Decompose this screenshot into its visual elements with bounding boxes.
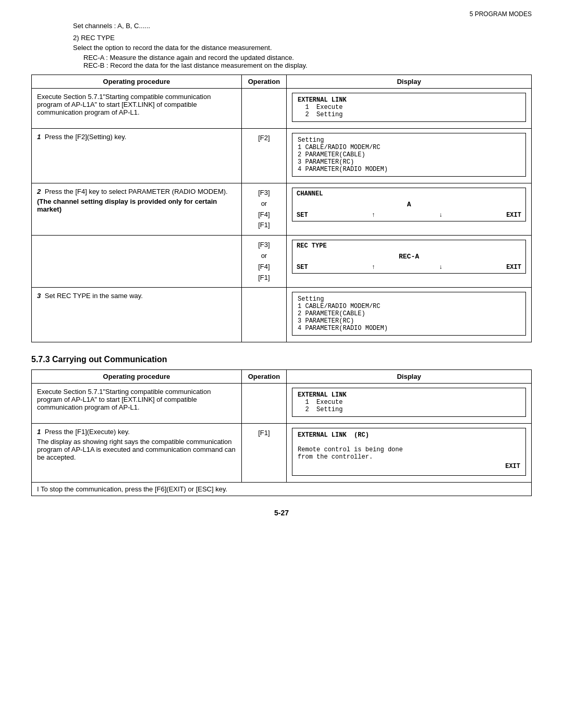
section-573-title: 5.7.3 Carrying out Communication (31, 355, 532, 364)
table-row: Execute Section 5.7.1"Starting compatibl… (32, 384, 532, 424)
op-cell-3: [F3] or [F4] [F1] (241, 183, 286, 236)
th-display-1: Display (287, 75, 532, 89)
rec-type-desc: Select the option to record the data for… (73, 44, 532, 52)
proc-cell-1: Execute Section 5.7.1"Starting compatibl… (32, 89, 242, 129)
note-row: I To stop the communication, press the [… (32, 483, 532, 496)
th-display-2: Display (287, 370, 532, 384)
table-row: 2 Press the [F4] key to select PARAMETER… (32, 183, 532, 236)
th-op-proc-2: Operating procedure (32, 370, 242, 384)
display-cell-2: Setting 1 CABLE/RADIO MODEM/RC 2 PARAMET… (287, 129, 532, 183)
table-row: [F3] or [F4] [F1] REC TYPE REC-A SET ↑ ↓… (32, 236, 532, 288)
display-cell-t2-2: EXTERNAL LINK (RC) Remote control is bei… (287, 424, 532, 483)
proc-cell-2: 1 Press the [F2](Setting) key. (32, 129, 242, 183)
table-row: 3 Set REC TYPE in the same way. Setting … (32, 288, 532, 342)
th-op-proc-1: Operating procedure (32, 75, 242, 89)
table-1: Operating procedure Operation Display Ex… (31, 75, 532, 342)
op-cell-t2-2: [F1] (241, 424, 286, 483)
rec-type-set-display: REC TYPE REC-A SET ↑ ↓ EXIT (292, 240, 526, 274)
setting-menu-display-1: Setting 1 CABLE/RADIO MODEM/RC 2 PARAMET… (292, 133, 526, 177)
setting-menu-display-2: Setting 1 CABLE/RADIO MODEM/RC 2 PARAMET… (292, 292, 526, 336)
rec-type-section: 2) REC TYPE Select the option to record … (73, 34, 532, 69)
ext-link-rc-display: EXTERNAL LINK (RC) Remote control is bei… (292, 428, 526, 476)
rec-b-desc: REC-B : Record the data for the last dis… (83, 61, 532, 69)
display-cell-1: EXTERNAL LINK 1 Execute 2 Setting (287, 89, 532, 129)
op-cell-t2-1 (241, 384, 286, 424)
proc-cell-5: 3 Set REC TYPE in the same way. (32, 288, 242, 342)
header-title: 5 PROGRAM MODES (470, 10, 532, 18)
rec-a-desc: REC-A : Measure the distance again and r… (83, 54, 532, 61)
display-cell-4: REC TYPE REC-A SET ↑ ↓ EXIT (287, 236, 532, 288)
proc-cell-3: 2 Press the [F4] key to select PARAMETER… (32, 183, 242, 236)
proc-cell-t2-2: 1 Press the [F1](Execute) key. The displ… (32, 424, 242, 483)
rec-type-title: 2) REC TYPE (73, 34, 532, 42)
table-row: 1 Press the [F2](Setting) key. [F2] Sett… (32, 129, 532, 183)
table-row: 1 Press the [F1](Execute) key. The displ… (32, 424, 532, 483)
ext-link-display-1: EXTERNAL LINK 1 Execute 2 Setting (292, 93, 526, 122)
display-cell-3: CHANNEL A SET ↑ ↓ EXIT (287, 183, 532, 236)
channel-set-display: CHANNEL A SET ↑ ↓ EXIT (292, 188, 526, 221)
table-2: Operating procedure Operation Display Ex… (31, 369, 532, 496)
display-cell-5: Setting 1 CABLE/RADIO MODEM/RC 2 PARAMET… (287, 288, 532, 342)
proc-cell-t2-1: Execute Section 5.7.1"Starting compatibl… (32, 384, 242, 424)
intro-set-channels: Set channels : A, B, C...... (73, 22, 532, 30)
proc-cell-4 (32, 236, 242, 288)
table-row: Execute Section 5.7.1"Starting compatibl… (32, 89, 532, 129)
page-number: 5-27 (31, 509, 532, 517)
op-cell-1 (241, 89, 286, 129)
ext-link-display-2: EXTERNAL LINK 1 Execute 2 Setting (292, 388, 526, 417)
display-cell-t2-1: EXTERNAL LINK 1 Execute 2 Setting (287, 384, 532, 424)
op-cell-5 (241, 288, 286, 342)
th-op-2: Operation (241, 370, 286, 384)
header-program-modes: 5 PROGRAM MODES (31, 10, 532, 18)
th-op-1: Operation (241, 75, 286, 89)
op-cell-4: [F3] or [F4] [F1] (241, 236, 286, 288)
note-cell: I To stop the communication, press the [… (32, 483, 532, 496)
op-cell-2: [F2] (241, 129, 286, 183)
